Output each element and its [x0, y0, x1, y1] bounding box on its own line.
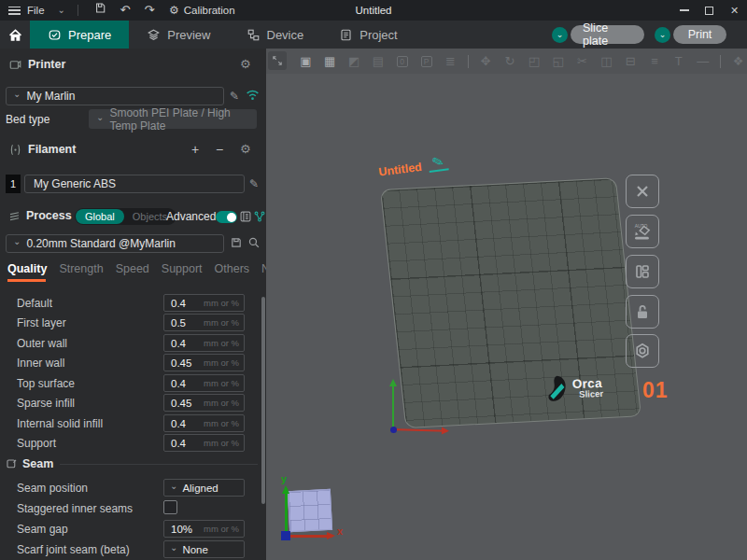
delete-plate-button[interactable]: [626, 175, 659, 208]
lay-flat-icon[interactable]: ◱: [549, 52, 567, 70]
tab-device[interactable]: Device: [229, 21, 322, 49]
add-plate-icon[interactable]: ▦: [321, 52, 339, 70]
param-input-support[interactable]: 0.4 mm or %: [163, 434, 245, 452]
scarf-joint-select[interactable]: ⌄ None: [163, 540, 245, 558]
rename-plate-pencil-icon[interactable]: ✎: [427, 155, 448, 173]
parameter-structure-icon[interactable]: [253, 210, 266, 223]
param-value: 0.4: [164, 378, 204, 389]
viewport-3d[interactable]: ▣ ▦ ◩ ▤ 0 P ≣ ✥ ↻ ◰ ◱ ✂ ◫ ⊟ ≡ T ― ❖: [266, 49, 747, 560]
seam-position-label: Seam position: [17, 482, 88, 495]
bed-type-select[interactable]: ⌄ Smooth PEI Plate / High Temp Plate: [89, 109, 257, 129]
main-menu-icon[interactable]: [8, 7, 21, 15]
filament-preset-select[interactable]: My Generic ABS: [24, 175, 245, 193]
cut-icon[interactable]: ✂: [573, 52, 591, 70]
param-label: Internal solid infill: [17, 417, 103, 430]
edit-filament-icon[interactable]: ✎: [249, 177, 259, 190]
seam-gap-input[interactable]: 10% mm or %: [163, 520, 245, 538]
plate-name-group[interactable]: Untitled ✎: [377, 155, 448, 179]
scarf-joint-value: None: [182, 544, 208, 555]
param-unit: mm or %: [204, 338, 244, 348]
home-button[interactable]: [0, 21, 30, 49]
param-input-default[interactable]: 0.4 mm or %: [163, 294, 245, 312]
paste-icon[interactable]: P: [417, 52, 435, 70]
file-menu-chevron-icon[interactable]: ⌄: [58, 7, 65, 14]
plate-overview-thumbnail[interactable]: y x: [279, 471, 365, 550]
close-button[interactable]: ✕: [722, 0, 747, 21]
param-input-first-layer[interactable]: 0.5 mm or %: [163, 314, 245, 331]
viewport-toolbar: ▣ ▦ ◩ ▤ 0 P ≣ ✥ ↻ ◰ ◱ ✂ ◫ ⊟ ≡ T ― ❖: [266, 49, 747, 74]
print-button[interactable]: Print: [673, 25, 726, 44]
add-text-icon[interactable]: T: [669, 52, 687, 70]
add-object-icon[interactable]: ▣: [297, 52, 315, 70]
filament-slot-number[interactable]: 1: [6, 175, 21, 193]
remove-filament-button[interactable]: −: [212, 142, 227, 157]
auto-orient-icon[interactable]: ◩: [345, 52, 363, 70]
titlebar-divider: [78, 5, 78, 16]
wifi-connection-icon[interactable]: [245, 88, 261, 102]
tab-preview[interactable]: Preview: [129, 21, 228, 49]
param-input-outer-wall[interactable]: 0.4 mm or %: [163, 334, 245, 352]
search-settings-icon[interactable]: [247, 236, 261, 249]
split-to-parts-icon[interactable]: ⊟: [622, 52, 640, 70]
save-project-icon[interactable]: [89, 0, 113, 21]
printer-settings-gear-icon[interactable]: ⚙: [240, 58, 251, 71]
chevron-down-icon: ⌄: [170, 545, 177, 551]
split-to-objects-icon[interactable]: ◫: [598, 52, 615, 70]
tab-speed[interactable]: Speed: [116, 262, 149, 275]
tab-prepare[interactable]: Prepare: [30, 21, 129, 49]
sidebar-scrollbar[interactable]: [261, 297, 265, 504]
param-input-internal-solid-infill[interactable]: 0.4 mm or %: [163, 414, 245, 432]
slice-dropdown-button[interactable]: ⌄: [552, 27, 568, 43]
seam-position-select[interactable]: ⌄ Aligned: [163, 479, 245, 497]
calibration-button[interactable]: ⚙ Calibration: [169, 4, 235, 17]
param-input-top-surface[interactable]: 0.4 mm or %: [163, 374, 245, 392]
maximize-button[interactable]: [697, 0, 722, 21]
param-value: 0.5: [164, 317, 204, 329]
plate-settings-button[interactable]: [626, 334, 659, 368]
process-preset-select[interactable]: ⌄ 0.20mm Standard @MyMarlin: [6, 234, 224, 253]
prepare-icon: [48, 28, 62, 42]
filament-settings-gear-icon[interactable]: ⚙: [240, 143, 251, 156]
advanced-toggle[interactable]: [216, 211, 237, 223]
tab-project[interactable]: Project: [321, 21, 415, 49]
printer-section-title: Printer: [28, 58, 65, 71]
logo-text-slicer: Slicer: [579, 388, 603, 399]
tab-others[interactable]: Others: [215, 262, 250, 275]
add-filament-button[interactable]: +: [188, 142, 203, 157]
edit-printer-icon[interactable]: ✎: [230, 90, 239, 103]
collapse-sidebar-button[interactable]: [268, 51, 287, 70]
assembly-view-icon[interactable]: ❖: [729, 52, 747, 70]
staggered-seams-checkbox[interactable]: [163, 500, 177, 514]
param-value: 0.4: [164, 418, 204, 429]
print-dropdown-button[interactable]: ⌄: [655, 27, 670, 43]
param-label: Inner wall: [17, 357, 64, 370]
tab-support[interactable]: Support: [162, 262, 203, 275]
move-icon[interactable]: ✥: [477, 52, 495, 70]
arrange-plate-button[interactable]: [626, 255, 659, 288]
rotate-icon[interactable]: ↻: [501, 52, 519, 70]
arrange-icon[interactable]: ▤: [369, 52, 387, 70]
scale-icon[interactable]: ◰: [525, 52, 543, 70]
file-menu[interactable]: File: [27, 5, 45, 16]
bed-type-label: Bed type: [6, 113, 49, 126]
scope-global-button[interactable]: Global: [76, 209, 124, 224]
minimize-button[interactable]: [671, 0, 697, 21]
lock-plate-button[interactable]: [626, 295, 659, 329]
param-input-sparse-infill[interactable]: 0.45 mm or %: [163, 394, 245, 412]
process-tab-strip: Quality Strength Speed Support Others No…: [7, 262, 292, 275]
measure-icon[interactable]: ―: [694, 52, 712, 70]
slice-plate-button[interactable]: Slice plate: [571, 25, 644, 44]
tab-quality[interactable]: Quality: [7, 262, 47, 275]
printer-preset-select[interactable]: ⌄ My Marlin: [6, 87, 224, 105]
layers-menu-icon[interactable]: ≣: [442, 52, 459, 70]
copy-icon[interactable]: 0: [393, 52, 411, 70]
compare-presets-icon[interactable]: [239, 210, 252, 223]
save-preset-icon[interactable]: [230, 236, 243, 249]
variable-layer-height-icon[interactable]: ≡: [646, 52, 664, 70]
redo-icon[interactable]: ↷: [137, 0, 162, 21]
auto-orient-plate-button[interactable]: AUTO: [626, 215, 659, 248]
undo-icon[interactable]: ↶: [113, 0, 137, 21]
y-axis-label: y: [281, 473, 287, 484]
param-input-inner-wall[interactable]: 0.45 mm or %: [163, 354, 245, 371]
tab-strength[interactable]: Strength: [59, 262, 103, 275]
